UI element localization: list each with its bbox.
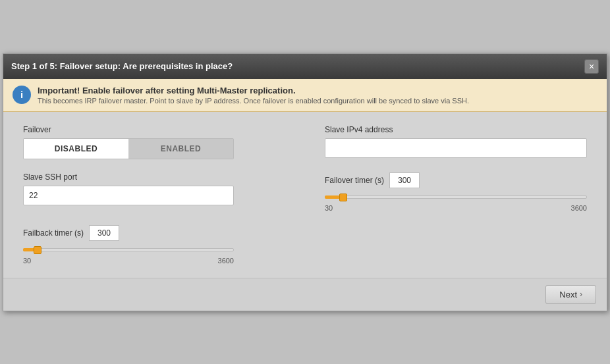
failback-timer-row: Failback timer (s) 300 [23, 225, 285, 241]
failover-slider-labels: 30 3600 [325, 204, 587, 212]
failback-timer-group: Failback timer (s) 300 30 3600 [23, 225, 285, 265]
failover-timer-label: Failover timer (s) [325, 176, 384, 185]
failover-slider-min: 30 [325, 204, 333, 212]
slave-ssh-group: Slave SSH port [23, 172, 285, 212]
failover-enabled-button[interactable]: ENABLED [128, 139, 233, 159]
slave-ipv4-group: Slave IPv4 address [325, 125, 587, 159]
form-row-2: Slave SSH port Failover timer (s) 300 30 [23, 172, 587, 212]
failover-toggle-group: DISABLED ENABLED [23, 138, 234, 159]
banner-subtitle: This becomes IRP failover master. Point … [38, 97, 469, 105]
failback-slider-track[interactable] [23, 245, 234, 255]
form-row-3: Failback timer (s) 300 30 3600 [23, 225, 587, 265]
dialog-title: Step 1 of 5: Failover setup: Are prerequ… [11, 61, 233, 71]
next-label: Next [559, 290, 577, 299]
info-icon: i [13, 86, 31, 104]
failback-slider-handle[interactable] [34, 246, 42, 254]
failover-slider-handle[interactable] [339, 194, 347, 201]
failover-slider-rail [325, 195, 587, 199]
failback-slider-labels: 30 3600 [23, 257, 234, 265]
failover-slider-track[interactable] [325, 192, 587, 203]
dialog: Step 1 of 5: Failover setup: Are prerequ… [3, 53, 607, 311]
failback-timer-value: 300 [89, 225, 119, 241]
failover-timer-value: 300 [389, 172, 420, 188]
dialog-header: Step 1 of 5: Failover setup: Are prerequ… [3, 54, 607, 79]
slave-ipv4-label: Slave IPv4 address [325, 125, 587, 134]
banner-title: Important! Enable failover after setting… [38, 86, 469, 95]
info-banner: i Important! Enable failover after setti… [3, 79, 607, 112]
info-text-block: Important! Enable failover after setting… [38, 86, 469, 105]
next-button[interactable]: Next › [545, 285, 596, 304]
failback-slider-max: 3600 [218, 257, 234, 265]
failback-timer-label: Failback timer (s) [23, 228, 84, 238]
close-button[interactable]: × [584, 59, 599, 74]
chevron-right-icon: › [580, 290, 582, 299]
dialog-body: Failover DISABLED ENABLED Slave IPv4 add… [3, 112, 607, 278]
slave-ipv4-input[interactable] [325, 138, 587, 158]
failover-group: Failover DISABLED ENABLED [23, 125, 285, 159]
dialog-footer: Next › [3, 278, 607, 311]
slave-ssh-label: Slave SSH port [23, 172, 285, 182]
failback-slider-min: 30 [23, 257, 31, 265]
failover-slider-container: 30 3600 [325, 192, 587, 212]
empty-group [325, 225, 587, 265]
failover-disabled-button[interactable]: DISABLED [24, 139, 128, 159]
failover-slider-max: 3600 [571, 204, 587, 212]
failback-slider-rail [23, 248, 234, 251]
failover-label: Failover [23, 125, 285, 134]
slave-ssh-input[interactable] [23, 186, 234, 205]
failover-timer-group: Failover timer (s) 300 30 3600 [325, 172, 587, 212]
form-row-1: Failover DISABLED ENABLED Slave IPv4 add… [23, 125, 587, 159]
failback-slider-container: 30 3600 [23, 245, 285, 265]
failover-timer-row: Failover timer (s) 300 [325, 172, 587, 188]
